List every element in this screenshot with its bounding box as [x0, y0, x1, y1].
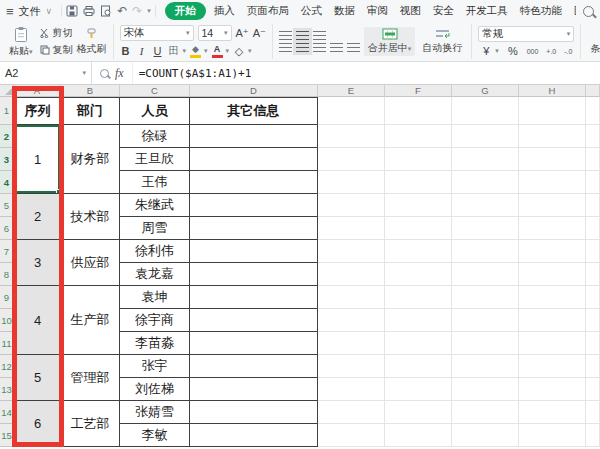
fill-handle[interactable]: [56, 189, 61, 194]
cell-sequence-6[interactable]: 6: [14, 401, 61, 447]
currency-button[interactable]: ¥▾: [480, 45, 499, 57]
empty-cell[interactable]: [519, 240, 586, 263]
row-header-3[interactable]: 3: [0, 148, 14, 171]
name-box[interactable]: A2 ▾: [0, 62, 92, 84]
empty-cell[interactable]: [519, 125, 586, 148]
copy-button[interactable]: 复制: [40, 43, 73, 57]
cell-B1[interactable]: 部门: [61, 97, 120, 125]
row-header-15[interactable]: 15: [0, 424, 14, 447]
cell-person-name[interactable]: 张宇: [120, 355, 190, 378]
tab-插入[interactable]: 插入: [210, 2, 239, 20]
empty-cell[interactable]: [318, 355, 385, 378]
empty-cell[interactable]: [452, 97, 519, 125]
cell-sequence-3[interactable]: 3: [14, 240, 61, 286]
empty-cell[interactable]: [519, 171, 586, 194]
format-painter-button[interactable]: [77, 28, 107, 39]
empty-cell[interactable]: [586, 171, 600, 194]
search-icon[interactable]: [583, 6, 594, 17]
tab-开发工具[interactable]: 开发工具: [462, 2, 512, 20]
cell-person-name[interactable]: 王旦欣: [120, 148, 190, 171]
empty-cell[interactable]: [452, 171, 519, 194]
cell-sequence-2[interactable]: 2: [14, 194, 61, 240]
empty-cell[interactable]: [385, 97, 452, 125]
font-size-select[interactable]: 14▾: [198, 25, 232, 41]
align-bottom-button[interactable]: [313, 31, 326, 40]
cell-other-info[interactable]: [190, 286, 318, 309]
empty-cell[interactable]: [586, 240, 600, 263]
empty-cell[interactable]: [318, 148, 385, 171]
cell-sequence-4[interactable]: 4: [14, 286, 61, 355]
empty-cell[interactable]: [586, 286, 600, 309]
cell-person-name[interactable]: 朱继武: [120, 194, 190, 217]
empty-cell[interactable]: [452, 263, 519, 286]
empty-cell[interactable]: [318, 401, 385, 424]
conditional-format-button[interactable]: 条件格式▾: [587, 28, 600, 56]
cell-other-info[interactable]: [190, 217, 318, 240]
borders-button[interactable]: 田▾: [168, 44, 187, 58]
empty-cell[interactable]: [519, 148, 586, 171]
print-preview-icon[interactable]: [100, 5, 112, 17]
column-header-D[interactable]: D: [190, 85, 318, 97]
cell-other-info[interactable]: [190, 424, 318, 447]
cell-other-info[interactable]: [190, 263, 318, 286]
empty-cell[interactable]: [318, 263, 385, 286]
empty-cell[interactable]: [452, 424, 519, 447]
empty-cell[interactable]: [318, 309, 385, 332]
column-header-E[interactable]: E: [318, 85, 385, 97]
empty-cell[interactable]: [519, 309, 586, 332]
cell-department-6[interactable]: 工艺部: [61, 401, 120, 447]
cell-sequence-1[interactable]: 1: [14, 125, 61, 194]
cell-department-4[interactable]: 生产部: [61, 286, 120, 355]
empty-cell[interactable]: [586, 309, 600, 332]
row-header-13[interactable]: 13: [0, 378, 14, 401]
cell-person-name[interactable]: 袁龙嘉: [120, 263, 190, 286]
empty-cell[interactable]: [385, 286, 452, 309]
file-chevron-icon[interactable]: ∨: [46, 6, 53, 16]
font-name-select[interactable]: 宋体▾: [120, 25, 194, 41]
empty-cell[interactable]: [452, 401, 519, 424]
empty-cell[interactable]: [519, 378, 586, 401]
cell-person-name[interactable]: 李苗淼: [120, 332, 190, 355]
empty-cell[interactable]: [586, 401, 600, 424]
empty-cell[interactable]: [586, 424, 600, 447]
cell-person-name[interactable]: 徐碌: [120, 125, 190, 148]
empty-cell[interactable]: [318, 424, 385, 447]
cell-A1[interactable]: 序列: [14, 97, 61, 125]
insert-function-icon[interactable]: fx: [115, 66, 124, 81]
cell-department-5[interactable]: 管理部: [61, 355, 120, 401]
empty-cell[interactable]: [385, 309, 452, 332]
column-header-B[interactable]: B: [61, 85, 120, 97]
align-left-button[interactable]: [279, 43, 292, 52]
tab-视图[interactable]: 视图: [396, 2, 425, 20]
empty-cell[interactable]: [385, 401, 452, 424]
empty-cell[interactable]: [586, 148, 600, 171]
empty-cell[interactable]: [519, 97, 586, 125]
empty-cell[interactable]: [519, 286, 586, 309]
empty-cell[interactable]: [385, 148, 452, 171]
decrease-decimal-button[interactable]: -.0: [564, 48, 572, 55]
thousands-separator-button[interactable]: 000: [527, 48, 539, 55]
redo-icon[interactable]: ↷: [132, 5, 142, 17]
tab-公式[interactable]: 公式: [297, 2, 326, 20]
cell-other-info[interactable]: [190, 378, 318, 401]
empty-cell[interactable]: [452, 355, 519, 378]
italic-button[interactable]: I: [136, 45, 148, 57]
empty-cell[interactable]: [519, 263, 586, 286]
row-header-14[interactable]: 14: [0, 401, 14, 424]
empty-cell[interactable]: [586, 97, 600, 125]
empty-cell[interactable]: [452, 217, 519, 240]
empty-cell[interactable]: [385, 424, 452, 447]
tab-审阅[interactable]: 审阅: [363, 2, 392, 20]
merge-center-button[interactable]: 合并居中▾: [364, 27, 416, 56]
empty-cell[interactable]: [318, 97, 385, 125]
print-icon[interactable]: [83, 5, 95, 17]
empty-cell[interactable]: [452, 240, 519, 263]
row-header-8[interactable]: 8: [0, 263, 14, 286]
cell-other-info[interactable]: [190, 125, 318, 148]
format-painter-label-row[interactable]: 格式刷: [77, 42, 107, 56]
tab-页面布局[interactable]: 页面布局: [243, 2, 293, 20]
formula-input[interactable]: =COUNT($A$1:A1)+1: [133, 62, 258, 84]
select-all-corner[interactable]: [0, 85, 14, 97]
column-header-C[interactable]: C: [120, 85, 190, 97]
cell-other-info[interactable]: [190, 332, 318, 355]
